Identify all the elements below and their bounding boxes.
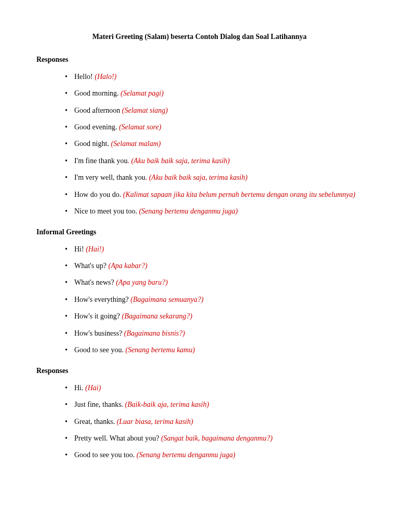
english-text: What's up? <box>74 262 109 270</box>
list-item: I'm fine thank you. (Aku baik baik saja,… <box>65 155 363 167</box>
list-item: Good afternoon (Selamat siang) <box>65 105 363 116</box>
list-item: Hello! (Halo!) <box>65 71 363 83</box>
english-text: What's news? <box>74 278 116 286</box>
english-text: Good to see you. <box>74 346 125 354</box>
section-heading: Informal Greetings <box>36 227 363 238</box>
english-text: I'm very well, thank you <box>74 174 145 181</box>
english-text: Hello! <box>74 73 95 81</box>
translation-text: (Bagaimana sekarang?) <box>122 312 193 320</box>
translation-text: (Senang bertemu denganmu juga) <box>139 207 237 215</box>
section-0: Responses Hello! (Halo!) Good morning. (… <box>36 54 363 217</box>
english-text: How's it going? <box>74 312 122 320</box>
list-item: How's business? (Bagaimana bisnis?) <box>65 328 363 339</box>
english-text: How do you do. <box>74 191 123 198</box>
list-item: Good morning. (Selamat pagi) <box>65 88 363 99</box>
english-text: How's business? <box>74 329 124 337</box>
translation-text: (Bagaimana semuanya?) <box>130 296 203 303</box>
translation-text: (Hai) <box>85 384 101 392</box>
list-item: Just fine, thanks. (Baik-baik aja, terim… <box>65 399 363 410</box>
page-title: Materi Greeting (Salam) beserta Contoh D… <box>36 31 363 43</box>
section-2: Responses Hi. (Hai) Just fine, thanks. (… <box>36 365 363 461</box>
list-item: How do you do. (Kalimat sapaan jika kita… <box>65 189 363 201</box>
english-text: Good afternoon <box>74 107 122 114</box>
translation-text: (Bagaimana bisnis?) <box>124 329 185 337</box>
item-list: Hello! (Halo!) Good morning. (Selamat pa… <box>36 71 363 218</box>
translation-text: (Aku baik baik saja, terima kasih) <box>131 157 230 165</box>
list-item: Good to see you too. (Senang bertemu den… <box>65 449 363 461</box>
english-text: I'm fine thank you <box>74 157 127 165</box>
english-text: Hi! <box>74 245 86 253</box>
english-text: Good evening. <box>74 123 119 131</box>
list-item: Hi! (Hai!) <box>65 244 363 255</box>
english-text: Great, thanks. <box>74 418 117 425</box>
section-1: Informal Greetings Hi! (Hai!) What's up?… <box>36 227 363 356</box>
translation-text: (Selamat malam) <box>111 140 161 148</box>
english-text: Hi. <box>74 384 85 392</box>
list-item: Great, thanks. (Luar biasa, terima kasih… <box>65 416 363 428</box>
item-list: Hi. (Hai) Just fine, thanks. (Baik-baik … <box>36 382 363 461</box>
english-text: Nice to meet you too. <box>74 207 139 215</box>
list-item: How's it going? (Bagaimana sekarang?) <box>65 311 363 322</box>
english-text: Good morning. <box>74 89 121 97</box>
translation-text: (Senang bertemu kamu) <box>125 346 195 354</box>
list-item: Good night. (Selamat malam) <box>65 138 363 150</box>
list-item: Nice to meet you too. (Senang bertemu de… <box>65 206 363 217</box>
section-heading: Responses <box>36 365 363 377</box>
translation-text: (Baik-baik aja, terima kasih) <box>125 401 209 408</box>
translation-text: (Aku baik baik saja, terima kasih) <box>149 174 248 181</box>
translation-text: (Sangat baik, bagaimana denganmu?) <box>161 434 273 442</box>
english-text: Good night. <box>74 140 111 148</box>
list-item: What's news? (Apa yang baru?) <box>65 277 363 288</box>
section-heading: Responses <box>36 54 363 65</box>
translation-text: (Senang bertemu denganmu juga) <box>137 451 235 459</box>
item-list: Hi! (Hai!) What's up? (Apa kabar?) What'… <box>36 244 363 356</box>
list-item: What's up? (Apa kabar?) <box>65 260 363 272</box>
translation-text: (Halo!) <box>95 73 116 81</box>
list-item: Good evening. (Selamat sore) <box>65 122 363 133</box>
list-item: How's everything? (Bagaimana semuanya?) <box>65 294 363 305</box>
red-dot: . <box>145 174 149 181</box>
translation-text: (Apa kabar?) <box>109 262 148 270</box>
list-item: Hi. (Hai) <box>65 382 363 394</box>
translation-text: (Selamat siang) <box>122 107 168 114</box>
translation-text: (Hai!) <box>86 245 104 253</box>
translation-text: (Kalimat sapaan jika kita belum pernah b… <box>123 191 355 198</box>
english-text: Just fine, thanks. <box>74 401 125 408</box>
english-text: How's everything? <box>74 296 130 303</box>
translation-text: (Luar biasa, terima kasih) <box>117 418 193 425</box>
translation-text: (Apa yang baru?) <box>116 278 168 286</box>
english-text: Pretty well. What about you? <box>74 434 161 442</box>
english-text: Good to see you too. <box>74 451 137 459</box>
list-item: I'm very well, thank you. (Aku baik baik… <box>65 172 363 183</box>
list-item: Good to see you. (Senang bertemu kamu) <box>65 344 363 356</box>
translation-text: (Selamat pagi) <box>121 89 164 97</box>
translation-text: (Selamat sore) <box>119 123 162 131</box>
list-item: Pretty well. What about you? (Sangat bai… <box>65 433 363 444</box>
